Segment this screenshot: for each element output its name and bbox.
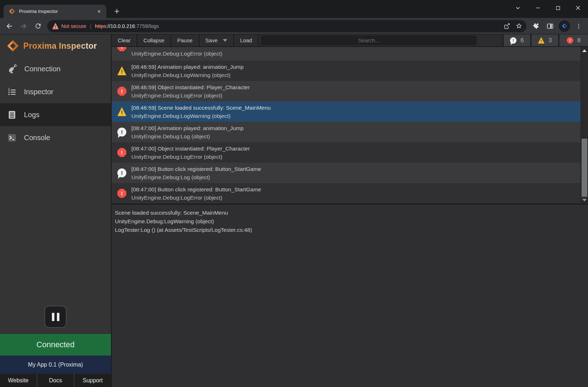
info-icon: ! <box>510 37 516 44</box>
brand: Proxima Inspector <box>0 34 111 57</box>
log-message: [08:46:59] Scene loaded successfully: Sc… <box>131 104 271 112</box>
scrollbar-thumb[interactable] <box>582 139 587 197</box>
website-link[interactable]: Website <box>0 374 37 387</box>
sidebar-item-label: Console <box>24 134 50 142</box>
tab-close-icon[interactable] <box>96 8 103 15</box>
sidebar-item-label: Logs <box>24 111 39 119</box>
sidebar-item-inspector[interactable]: Inspector <box>0 80 111 103</box>
log-row[interactable]: ! UnityEngine.Debug:LogError (object) <box>112 47 580 61</box>
terminal-icon <box>7 133 17 143</box>
minimize-icon[interactable] <box>528 0 548 16</box>
maximize-icon[interactable] <box>548 0 568 16</box>
back-icon[interactable] <box>3 20 16 33</box>
new-tab-icon[interactable] <box>111 6 122 16</box>
log-stacktrace: UnityEngine.Debug:LogError (object) <box>131 49 222 58</box>
error-count-filter[interactable]: ! 8 <box>558 34 588 46</box>
log-message: [08:47:00] Button click registered: Butt… <box>131 165 261 173</box>
clear-button[interactable]: Clear <box>112 34 137 46</box>
log-stacktrace: UnityEngine.Debug:Log (object) <box>131 132 244 140</box>
sidebar-item-logs[interactable]: Logs <box>0 103 111 126</box>
bookmark-star-icon[interactable] <box>514 21 524 32</box>
log-row[interactable]: ! [08:47:00] Object instantiated: Player… <box>112 142 580 163</box>
not-secure-label: Not secure <box>61 23 86 29</box>
menu-kebab-icon[interactable] <box>572 20 585 33</box>
log-row[interactable]: ! [08:47:00] Animation played: animation… <box>112 122 580 142</box>
warning-count: 3 <box>548 37 551 44</box>
search-input[interactable] <box>261 35 477 45</box>
log-stacktrace: UnityEngine.Debug:LogWarning (object) <box>131 112 271 120</box>
log-row[interactable]: ! [08:46:59] Object instantiated: Player… <box>112 81 580 101</box>
app-info-banner: My App 0.1 (Proxima) <box>0 355 111 374</box>
scrollbar[interactable] <box>580 47 588 204</box>
extensions-puzzle-icon[interactable] <box>529 20 542 33</box>
sidebar-item-label: Connection <box>24 65 60 73</box>
url-host: 10.0.0.216 <box>111 23 135 29</box>
error-count: 8 <box>577 37 580 44</box>
brand-title: Proxima Inspector <box>23 41 97 51</box>
log-row[interactable]: ! [08:47:00] Button click registered: Bu… <box>112 183 580 204</box>
load-button[interactable]: Load <box>234 34 259 46</box>
document-icon <box>7 110 17 120</box>
close-icon[interactable] <box>568 0 588 16</box>
satellite-icon <box>7 64 17 74</box>
connection-status-text: Connected <box>37 340 74 349</box>
log-message: [08:47:00] Animation played: animation_J… <box>131 124 244 132</box>
pause-button[interactable]: Pause <box>171 34 199 46</box>
browser-tab[interactable]: Proxima Inspector <box>4 5 106 18</box>
error-icon: ! <box>117 47 126 51</box>
log-detail-pane: Scene loaded successfully: Scene_MainMen… <box>112 204 588 387</box>
url-path: :7759/logs <box>135 23 159 29</box>
log-row[interactable]: ! [08:47:00] Button click registered: Bu… <box>112 163 580 183</box>
info-icon: ! <box>117 168 126 177</box>
connection-status-banner: Connected <box>0 334 111 355</box>
sidebar: Proxima Inspector Connection Inspector <box>0 34 111 387</box>
log-message: [08:47:00] Object instantiated: Player_C… <box>131 144 250 153</box>
warning-icon: ! <box>538 37 544 44</box>
list-icon <box>7 87 17 97</box>
reload-icon[interactable] <box>31 20 44 33</box>
security-chip[interactable]: ! Not secure <box>52 23 86 29</box>
detail-line: LogTester:Log () (at Assets/TestScripts/… <box>115 226 584 234</box>
omnibox-divider: | <box>90 23 91 29</box>
save-dropdown-icon[interactable] <box>223 39 227 44</box>
scroll-down-icon[interactable] <box>581 197 588 203</box>
address-bar[interactable]: ! Not secure | https://10.0.0.216:7759/l… <box>47 20 526 32</box>
log-stacktrace: UnityEngine.Debug:Log (object) <box>131 173 261 181</box>
logs-toolbar: Clear Collapse Pause Save Load ! 6 ! 3 !… <box>112 34 588 47</box>
log-stacktrace: UnityEngine.Debug:LogError (object) <box>131 153 250 161</box>
url-scheme: https <box>95 23 106 29</box>
not-secure-warning-icon: ! <box>52 23 59 29</box>
pause-stream-button[interactable] <box>44 306 67 328</box>
log-list: ! UnityEngine.Debug:LogError (object) ! … <box>112 47 588 204</box>
detail-line: UnityEngine.Debug:LogWarning (object) <box>115 217 584 226</box>
log-message: [08:46:59] Animation played: animation_J… <box>131 63 244 71</box>
proxima-extension-icon[interactable] <box>559 20 570 32</box>
detail-line: Scene loaded successfully: Scene_MainMen… <box>115 209 584 217</box>
log-rows: ! UnityEngine.Debug:LogError (object) ! … <box>112 47 580 204</box>
warning-count-filter[interactable]: ! 3 <box>530 34 558 46</box>
sidebar-item-console[interactable]: Console <box>0 126 111 149</box>
log-message: [08:46:59] Object instantiated: Player_C… <box>131 83 250 91</box>
share-icon[interactable] <box>501 21 512 32</box>
browser-navbar: ! Not secure | https://10.0.0.216:7759/l… <box>0 18 588 34</box>
scroll-up-icon[interactable] <box>581 48 588 53</box>
forward-icon[interactable] <box>17 20 30 33</box>
url-text: https://10.0.0.216:7759/logs <box>95 23 159 29</box>
sidebar-item-connection[interactable]: Connection <box>0 57 111 80</box>
tab-title: Proxima Inspector <box>19 9 96 14</box>
docs-link[interactable]: Docs <box>37 374 74 387</box>
info-count: 6 <box>520 37 524 44</box>
info-count-filter[interactable]: ! 6 <box>502 34 530 46</box>
tab-search-chevron-down-icon[interactable] <box>508 0 528 16</box>
support-link[interactable]: Support <box>74 374 111 387</box>
log-row[interactable]: ! [08:46:59] Animation played: animation… <box>112 61 580 81</box>
save-button[interactable]: Save <box>199 34 234 46</box>
side-panel-icon[interactable] <box>544 20 557 33</box>
error-icon: ! <box>117 189 126 198</box>
collapse-button[interactable]: Collapse <box>137 34 171 46</box>
pause-icon <box>52 313 54 321</box>
log-row[interactable]: ! [08:46:59] Scene loaded successfully: … <box>112 101 580 122</box>
log-stacktrace: UnityEngine.Debug:LogError (object) <box>131 91 250 100</box>
warning-icon: ! <box>117 66 126 75</box>
log-stacktrace: UnityEngine.Debug:LogError (object) <box>131 194 261 202</box>
